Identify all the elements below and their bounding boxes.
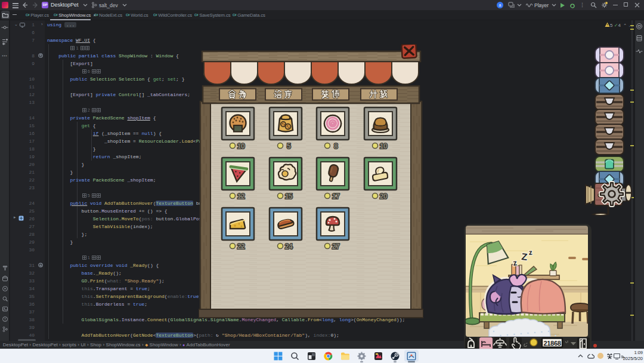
svg-text:22: 22 <box>237 242 245 251</box>
svg-text:17: 17 <box>332 192 340 201</box>
svg-text:8: 8 <box>334 142 338 150</box>
svg-text:5: 5 <box>287 142 291 150</box>
svg-text:Z: Z <box>521 251 528 262</box>
svg-text:12: 12 <box>237 192 245 201</box>
svg-text:10: 10 <box>237 142 245 150</box>
svg-text:15: 15 <box>285 192 293 201</box>
svg-text:24: 24 <box>285 242 293 251</box>
svg-text:10: 10 <box>380 142 388 150</box>
svg-text:20: 20 <box>380 192 388 201</box>
svg-text:21868: 21868 <box>543 340 561 347</box>
svg-text:27: 27 <box>332 242 340 251</box>
svg-text:z: z <box>528 248 532 257</box>
